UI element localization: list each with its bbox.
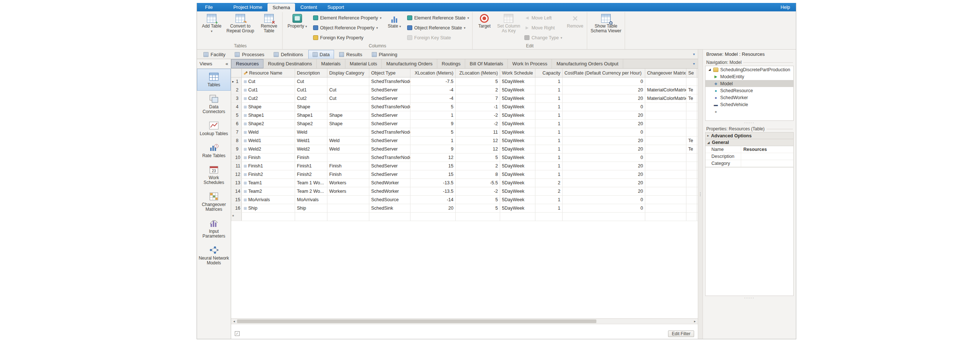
cell-xlocation[interactable]: 5 bbox=[410, 128, 456, 136]
cell-work-schedule[interactable]: 5DayWeek bbox=[500, 86, 535, 94]
table-tab-routings[interactable]: Routings bbox=[437, 59, 465, 68]
edit-filter-button[interactable]: Edit Filter bbox=[668, 330, 694, 337]
cell-resource-name[interactable]: ⊞Weld2 bbox=[242, 145, 295, 153]
remove-button[interactable]: ✕ Remove bbox=[565, 12, 585, 42]
tree-item[interactable]: Model bbox=[705, 80, 793, 87]
expand-row-icon[interactable]: ⊞ bbox=[243, 156, 247, 160]
cell-work-schedule[interactable]: 5DayWeek bbox=[500, 128, 535, 136]
cell-changeover-matrix[interactable] bbox=[645, 187, 686, 195]
cell-changeover-matrix[interactable] bbox=[645, 78, 686, 86]
cell-changeover-matrix[interactable] bbox=[645, 128, 686, 136]
horizontal-scrollbar[interactable]: ◂ ▸ bbox=[231, 318, 698, 324]
expand-row-icon[interactable]: ⊞ bbox=[243, 97, 247, 101]
cell-work-schedule[interactable]: 5DayWeek bbox=[500, 196, 535, 204]
cell-xlocation[interactable]: 15 bbox=[410, 162, 456, 170]
ribbon-tab-schema[interactable]: Schema bbox=[267, 3, 296, 11]
cell-capacity[interactable]: 2 bbox=[535, 179, 563, 187]
property-value[interactable] bbox=[741, 153, 793, 160]
cell-work-schedule[interactable]: 5DayWeek bbox=[500, 94, 535, 102]
cell-resource-name[interactable]: ⊞Weld1 bbox=[242, 137, 295, 145]
cell-description[interactable]: Cut1 bbox=[295, 86, 328, 94]
cell-capacity[interactable]: 1 bbox=[535, 154, 563, 162]
cell-se[interactable] bbox=[686, 111, 697, 119]
cell-costrate[interactable]: 0 bbox=[563, 78, 645, 86]
cell-description[interactable]: Cut bbox=[295, 78, 328, 86]
cell-zlocation[interactable]: 8 bbox=[456, 170, 500, 178]
table-tab-material-lots[interactable]: Material Lots bbox=[345, 59, 382, 68]
cell-display-category[interactable] bbox=[328, 204, 369, 212]
cell-work-schedule[interactable]: 5DayWeek bbox=[500, 179, 535, 187]
grid-header-se[interactable]: Se bbox=[686, 69, 697, 77]
cell-display-category[interactable]: Shape bbox=[328, 111, 369, 119]
cell-changeover-matrix[interactable] bbox=[645, 204, 686, 212]
cell-zlocation[interactable]: -1 bbox=[456, 103, 500, 111]
cell-se[interactable] bbox=[686, 103, 697, 111]
cell-object-type[interactable]: SchedServer bbox=[369, 162, 410, 170]
cell-zlocation[interactable]: 5 bbox=[456, 154, 500, 162]
row-number-cell[interactable]: ▸4 bbox=[231, 103, 242, 111]
cell-resource-name[interactable]: ⊞Shape2 bbox=[242, 120, 295, 128]
cell-zlocation[interactable]: 5 bbox=[456, 204, 500, 212]
cell-resource-name[interactable]: ⊞Team2 bbox=[242, 187, 295, 195]
cell-work-schedule[interactable]: 5DayWeek bbox=[500, 137, 535, 145]
row-number-cell[interactable]: ▸13 bbox=[231, 179, 242, 187]
expand-row-icon[interactable]: ⊞ bbox=[243, 139, 247, 143]
table-tab-manufacturing-orders-output[interactable]: Manufacturing Orders Output bbox=[552, 59, 623, 68]
cell-work-schedule[interactable]: 5DayWeek bbox=[500, 187, 535, 195]
cell-object-type[interactable]: SchedServer bbox=[369, 111, 410, 119]
cell-xlocation[interactable]: -4 bbox=[410, 94, 456, 102]
cell-resource-name[interactable]: ⊞Weld bbox=[242, 128, 295, 136]
grid-header-display-category[interactable]: Display Category bbox=[328, 69, 369, 77]
expand-row-icon[interactable]: ⊞ bbox=[243, 164, 247, 168]
row-number-cell[interactable]: ▸5 bbox=[231, 111, 242, 119]
cell-object-type[interactable]: SchedTransferNode bbox=[369, 78, 410, 86]
cell-description[interactable]: Ship bbox=[295, 204, 328, 212]
tab-facility[interactable]: Facility bbox=[199, 50, 230, 59]
cell-description[interactable]: Weld2 bbox=[295, 145, 328, 153]
cell-xlocation[interactable]: 20 bbox=[410, 204, 456, 212]
expand-row-icon[interactable]: ⊞ bbox=[243, 147, 247, 151]
cell-costrate[interactable]: 20 bbox=[563, 86, 645, 94]
cell-object-type[interactable]: SchedWorker bbox=[369, 187, 410, 195]
cell-costrate[interactable]: 0 bbox=[563, 154, 645, 162]
scroll-right-arrow-icon[interactable]: ▸ bbox=[692, 319, 698, 323]
new-row[interactable]: * bbox=[231, 213, 698, 221]
cell-capacity[interactable]: 1 bbox=[535, 120, 563, 128]
cell-costrate[interactable]: 20 bbox=[563, 111, 645, 119]
cell-xlocation[interactable]: 9 bbox=[410, 120, 456, 128]
cell-se[interactable] bbox=[686, 154, 697, 162]
property-value[interactable]: Resources bbox=[741, 146, 793, 153]
cell-resource-name[interactable]: ⊞Team1 bbox=[242, 179, 295, 187]
cell-description[interactable]: MoArrivals bbox=[295, 196, 328, 204]
cell-capacity[interactable]: 2 bbox=[535, 187, 563, 195]
row-number-cell[interactable]: ▸8 bbox=[231, 137, 242, 145]
expand-row-icon[interactable]: ⊞ bbox=[243, 198, 247, 202]
cell-resource-name[interactable]: ⊞Shape bbox=[242, 103, 295, 111]
row-number-cell[interactable]: ▸2 bbox=[231, 86, 242, 94]
collapse-chevron-icon[interactable]: « bbox=[226, 61, 228, 67]
cell-costrate[interactable]: 20 bbox=[563, 187, 645, 195]
filter-checkbox[interactable]: ✓ bbox=[235, 331, 240, 336]
row-number-cell[interactable]: ▸12 bbox=[231, 170, 242, 178]
cell-description[interactable]: Weld bbox=[295, 128, 328, 136]
foreign-key-property-button[interactable]: Foreign Key Property bbox=[311, 33, 383, 42]
cell-se[interactable] bbox=[686, 204, 697, 212]
view-item-tables[interactable]: Tables bbox=[197, 69, 231, 91]
help-button[interactable]: Help bbox=[775, 3, 796, 11]
cell-costrate[interactable]: 0 bbox=[563, 196, 645, 204]
cell-capacity[interactable]: 1 bbox=[535, 94, 563, 102]
cell-zlocation[interactable]: 11 bbox=[456, 128, 500, 136]
tab-definitions[interactable]: Definitions bbox=[269, 50, 307, 59]
tab-results[interactable]: Results bbox=[335, 50, 366, 59]
cell-changeover-matrix[interactable] bbox=[645, 179, 686, 187]
cell-resource-name[interactable]: ⊞Finish2 bbox=[242, 170, 295, 178]
view-item-changeover-matrices[interactable]: Changeover Matrices bbox=[197, 188, 231, 215]
row-number-cell[interactable]: ▸9 bbox=[231, 145, 242, 153]
cell-object-type[interactable]: SchedServer bbox=[369, 137, 410, 145]
cell-zlocation[interactable]: -2 bbox=[456, 187, 500, 195]
cell-se[interactable] bbox=[686, 196, 697, 204]
cell-changeover-matrix[interactable] bbox=[645, 145, 686, 153]
cell-object-type[interactable]: SchedSink bbox=[369, 204, 410, 212]
convert-to-repeat-group-button[interactable]: ↷ Convert to Repeat Group bbox=[224, 12, 256, 42]
cell-display-category[interactable]: Shape bbox=[328, 120, 369, 128]
